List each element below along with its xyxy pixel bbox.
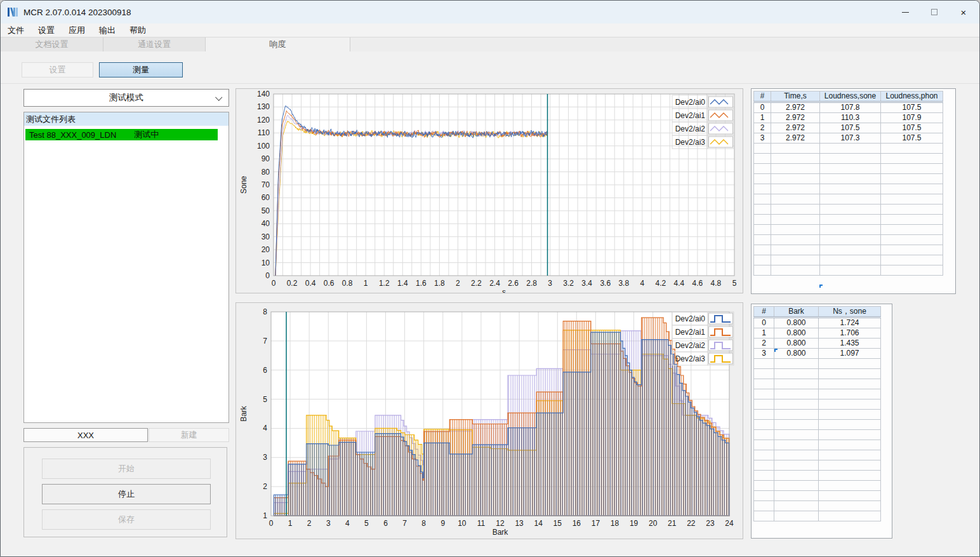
table-cell xyxy=(771,235,820,245)
table-cell: 0.800 xyxy=(774,318,819,328)
svg-text:0: 0 xyxy=(269,519,274,528)
test-file-name: Test 88_XXX_009_LDN xyxy=(29,130,116,140)
table-row-empty xyxy=(754,471,881,481)
svg-text:1: 1 xyxy=(288,519,293,528)
svg-text:20: 20 xyxy=(262,245,270,254)
table-cell xyxy=(771,215,820,225)
tab-settings[interactable]: 设置 xyxy=(22,62,93,77)
svg-text:3.4: 3.4 xyxy=(581,279,592,288)
svg-text:0.8: 0.8 xyxy=(342,279,353,288)
table-cell xyxy=(771,245,820,255)
cell-caret xyxy=(819,285,823,288)
table-cell: 107.9 xyxy=(881,113,943,123)
table-cell xyxy=(771,164,820,174)
loudness-table-panel: #Time,sLoudness,soneLoudness,phon02.9721… xyxy=(751,88,956,294)
table-row-empty xyxy=(754,225,943,235)
column-header: Bark xyxy=(774,307,819,318)
table-cell: 107.5 xyxy=(881,133,943,144)
svg-text:3.6: 3.6 xyxy=(600,279,611,288)
svg-text:15: 15 xyxy=(553,519,562,528)
table-cell: 1.435 xyxy=(819,339,881,349)
svg-text:18: 18 xyxy=(611,519,619,528)
loudness-time-chart[interactable]: 010203040506070809010011012013014000.20.… xyxy=(236,89,743,293)
maximize-icon xyxy=(931,9,937,15)
table-cell: 2.972 xyxy=(771,113,820,123)
main-tab[interactable]: 响度 xyxy=(206,37,350,51)
table-cell xyxy=(881,215,943,225)
table-cell xyxy=(819,410,881,420)
svg-text:4.4: 4.4 xyxy=(674,279,685,288)
table-row-empty xyxy=(754,379,881,389)
xxx-button[interactable]: XXX xyxy=(23,428,148,442)
table-cell xyxy=(819,460,881,471)
main-tab[interactable]: 通道设置 xyxy=(103,37,206,51)
close-button[interactable]: × xyxy=(949,1,978,23)
table-cell: 107.5 xyxy=(820,123,881,133)
table-row: 02.972107.8107.5 xyxy=(754,102,943,113)
svg-text:3.8: 3.8 xyxy=(618,279,629,288)
table-row: 30.8001.097 xyxy=(754,349,881,359)
table-cell xyxy=(774,399,819,410)
table-cell: 2.972 xyxy=(771,133,820,144)
table-cell xyxy=(819,440,881,450)
svg-text:Dev2/ai2: Dev2/ai2 xyxy=(675,341,706,350)
table-cell: 107.5 xyxy=(881,102,943,113)
svg-text:1: 1 xyxy=(364,279,368,288)
table-cell xyxy=(774,440,819,450)
minimize-icon xyxy=(902,12,909,13)
svg-text:2.2: 2.2 xyxy=(471,279,482,288)
table-cell xyxy=(881,265,943,276)
new-button[interactable]: 新建 xyxy=(149,428,229,442)
menu-item[interactable]: 应用 xyxy=(62,25,92,36)
svg-text:Dev2/ai3: Dev2/ai3 xyxy=(675,354,706,363)
start-button[interactable]: 开始 xyxy=(42,459,211,479)
cell-caret xyxy=(774,349,778,352)
svg-text:50: 50 xyxy=(262,206,270,215)
svg-text:0.2: 0.2 xyxy=(287,279,298,288)
stop-button[interactable]: 停止 xyxy=(42,484,211,504)
svg-text:16: 16 xyxy=(573,519,581,528)
save-button[interactable]: 保存 xyxy=(42,509,211,530)
table-cell xyxy=(774,511,819,521)
table-cell xyxy=(820,255,881,265)
svg-text:8: 8 xyxy=(263,307,267,316)
table-cell xyxy=(754,164,771,174)
svg-text:100: 100 xyxy=(257,142,270,151)
table-cell xyxy=(819,420,881,430)
svg-text:30: 30 xyxy=(262,232,270,241)
svg-text:4.2: 4.2 xyxy=(655,279,666,288)
table-cell xyxy=(819,359,881,369)
table-cell xyxy=(881,225,943,235)
menu-item[interactable]: 文件 xyxy=(1,25,31,36)
table-cell xyxy=(754,420,774,430)
svg-text:13: 13 xyxy=(515,519,524,528)
menu-item[interactable]: 帮助 xyxy=(122,25,153,36)
specific-loudness-chart[interactable]: 1234567801234567891011121314151617181920… xyxy=(236,303,743,539)
test-mode-value: 测试模式 xyxy=(109,92,143,104)
table-cell: 2.972 xyxy=(771,102,820,113)
test-file-list-item[interactable]: Test 88_XXX_009_LDN 测试中 xyxy=(25,129,218,140)
control-button-panel: 开始 停止 保存 xyxy=(23,447,227,537)
minimize-button[interactable] xyxy=(891,1,920,23)
table-cell xyxy=(881,255,943,265)
tab-measure[interactable]: 测量 xyxy=(99,62,183,77)
svg-text:17: 17 xyxy=(592,519,600,528)
table-cell: 107.5 xyxy=(881,123,943,133)
test-mode-dropdown[interactable]: 测试模式 xyxy=(23,89,229,107)
svg-text:Bark: Bark xyxy=(493,528,509,537)
main-tab[interactable]: 文档设置 xyxy=(1,37,103,51)
column-header: Loudness,phon xyxy=(881,91,943,102)
svg-text:60: 60 xyxy=(262,193,270,202)
menu-item[interactable]: 输出 xyxy=(92,25,122,36)
table-cell xyxy=(819,399,881,410)
menu-item[interactable]: 设置 xyxy=(31,25,62,36)
table-row: 32.972107.3107.5 xyxy=(754,133,943,144)
svg-text:3.2: 3.2 xyxy=(563,279,574,288)
table-cell xyxy=(754,460,774,471)
svg-text:11: 11 xyxy=(477,519,486,528)
svg-text:Dev2/ai2: Dev2/ai2 xyxy=(675,124,706,133)
table-cell xyxy=(754,265,771,276)
maximize-button[interactable] xyxy=(920,1,949,23)
table-cell: 107.3 xyxy=(820,133,881,144)
table-cell xyxy=(881,194,943,205)
